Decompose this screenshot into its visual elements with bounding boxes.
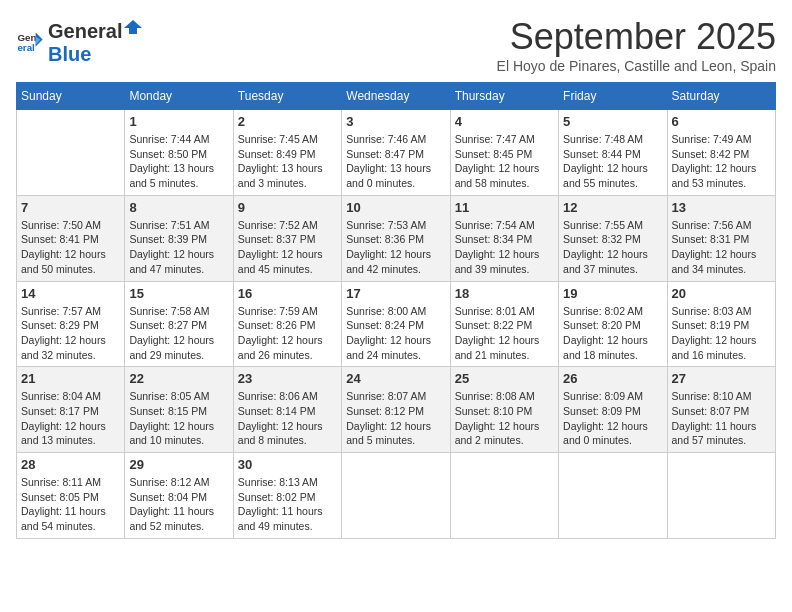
day-cell: 30Sunrise: 8:13 AMSunset: 8:02 PMDayligh… (233, 453, 341, 539)
day-info: Sunrise: 8:07 AMSunset: 8:12 PMDaylight:… (346, 389, 445, 448)
week-row-2: 7Sunrise: 7:50 AMSunset: 8:41 PMDaylight… (17, 195, 776, 281)
week-row-5: 28Sunrise: 8:11 AMSunset: 8:05 PMDayligh… (17, 453, 776, 539)
day-number: 10 (346, 200, 445, 215)
day-number: 14 (21, 286, 120, 301)
day-info: Sunrise: 8:10 AMSunset: 8:07 PMDaylight:… (672, 389, 771, 448)
day-cell: 6Sunrise: 7:49 AMSunset: 8:42 PMDaylight… (667, 110, 775, 196)
day-cell: 25Sunrise: 8:08 AMSunset: 8:10 PMDayligh… (450, 367, 558, 453)
day-cell: 5Sunrise: 7:48 AMSunset: 8:44 PMDaylight… (559, 110, 667, 196)
day-cell (559, 453, 667, 539)
day-info: Sunrise: 7:55 AMSunset: 8:32 PMDaylight:… (563, 218, 662, 277)
day-info: Sunrise: 8:12 AMSunset: 8:04 PMDaylight:… (129, 475, 228, 534)
day-info: Sunrise: 7:48 AMSunset: 8:44 PMDaylight:… (563, 132, 662, 191)
day-info: Sunrise: 8:04 AMSunset: 8:17 PMDaylight:… (21, 389, 120, 448)
day-cell: 15Sunrise: 7:58 AMSunset: 8:27 PMDayligh… (125, 281, 233, 367)
day-number: 15 (129, 286, 228, 301)
day-info: Sunrise: 8:06 AMSunset: 8:14 PMDaylight:… (238, 389, 337, 448)
day-number: 19 (563, 286, 662, 301)
day-cell: 27Sunrise: 8:10 AMSunset: 8:07 PMDayligh… (667, 367, 775, 453)
header: Gen eral General Blue September 2025 El … (16, 16, 776, 74)
day-number: 28 (21, 457, 120, 472)
day-cell: 21Sunrise: 8:04 AMSunset: 8:17 PMDayligh… (17, 367, 125, 453)
day-cell: 11Sunrise: 7:54 AMSunset: 8:34 PMDayligh… (450, 195, 558, 281)
day-info: Sunrise: 7:59 AMSunset: 8:26 PMDaylight:… (238, 304, 337, 363)
day-number: 6 (672, 114, 771, 129)
subtitle: El Hoyo de Pinares, Castille and Leon, S… (497, 58, 776, 74)
day-info: Sunrise: 7:44 AMSunset: 8:50 PMDaylight:… (129, 132, 228, 191)
day-cell: 19Sunrise: 8:02 AMSunset: 8:20 PMDayligh… (559, 281, 667, 367)
header-cell-friday: Friday (559, 83, 667, 110)
header-cell-tuesday: Tuesday (233, 83, 341, 110)
day-number: 30 (238, 457, 337, 472)
day-cell: 9Sunrise: 7:52 AMSunset: 8:37 PMDaylight… (233, 195, 341, 281)
day-info: Sunrise: 7:47 AMSunset: 8:45 PMDaylight:… (455, 132, 554, 191)
day-info: Sunrise: 8:03 AMSunset: 8:19 PMDaylight:… (672, 304, 771, 363)
day-info: Sunrise: 8:09 AMSunset: 8:09 PMDaylight:… (563, 389, 662, 448)
logo-general: General (48, 20, 122, 43)
day-number: 7 (21, 200, 120, 215)
logo-bird-icon (122, 16, 144, 38)
day-number: 20 (672, 286, 771, 301)
day-number: 1 (129, 114, 228, 129)
day-cell (450, 453, 558, 539)
day-number: 25 (455, 371, 554, 386)
day-cell: 26Sunrise: 8:09 AMSunset: 8:09 PMDayligh… (559, 367, 667, 453)
header-cell-saturday: Saturday (667, 83, 775, 110)
day-cell: 17Sunrise: 8:00 AMSunset: 8:24 PMDayligh… (342, 281, 450, 367)
day-info: Sunrise: 8:01 AMSunset: 8:22 PMDaylight:… (455, 304, 554, 363)
month-title: September 2025 (497, 16, 776, 58)
day-number: 5 (563, 114, 662, 129)
day-info: Sunrise: 7:57 AMSunset: 8:29 PMDaylight:… (21, 304, 120, 363)
day-number: 9 (238, 200, 337, 215)
day-number: 4 (455, 114, 554, 129)
day-info: Sunrise: 7:52 AMSunset: 8:37 PMDaylight:… (238, 218, 337, 277)
day-number: 13 (672, 200, 771, 215)
day-info: Sunrise: 7:53 AMSunset: 8:36 PMDaylight:… (346, 218, 445, 277)
logo: Gen eral General Blue (16, 16, 144, 66)
day-cell: 29Sunrise: 8:12 AMSunset: 8:04 PMDayligh… (125, 453, 233, 539)
day-number: 23 (238, 371, 337, 386)
day-cell: 12Sunrise: 7:55 AMSunset: 8:32 PMDayligh… (559, 195, 667, 281)
day-cell: 3Sunrise: 7:46 AMSunset: 8:47 PMDaylight… (342, 110, 450, 196)
header-row: SundayMondayTuesdayWednesdayThursdayFrid… (17, 83, 776, 110)
header-cell-sunday: Sunday (17, 83, 125, 110)
day-number: 17 (346, 286, 445, 301)
day-cell: 14Sunrise: 7:57 AMSunset: 8:29 PMDayligh… (17, 281, 125, 367)
day-cell (17, 110, 125, 196)
day-cell: 18Sunrise: 8:01 AMSunset: 8:22 PMDayligh… (450, 281, 558, 367)
logo-icon: Gen eral (16, 27, 44, 55)
day-cell: 13Sunrise: 7:56 AMSunset: 8:31 PMDayligh… (667, 195, 775, 281)
day-info: Sunrise: 7:49 AMSunset: 8:42 PMDaylight:… (672, 132, 771, 191)
day-info: Sunrise: 8:00 AMSunset: 8:24 PMDaylight:… (346, 304, 445, 363)
day-info: Sunrise: 7:54 AMSunset: 8:34 PMDaylight:… (455, 218, 554, 277)
day-info: Sunrise: 8:08 AMSunset: 8:10 PMDaylight:… (455, 389, 554, 448)
day-cell: 16Sunrise: 7:59 AMSunset: 8:26 PMDayligh… (233, 281, 341, 367)
logo-text: General Blue (48, 16, 144, 66)
day-cell: 7Sunrise: 7:50 AMSunset: 8:41 PMDaylight… (17, 195, 125, 281)
day-cell (667, 453, 775, 539)
day-number: 12 (563, 200, 662, 215)
day-info: Sunrise: 7:46 AMSunset: 8:47 PMDaylight:… (346, 132, 445, 191)
header-cell-wednesday: Wednesday (342, 83, 450, 110)
header-cell-monday: Monday (125, 83, 233, 110)
day-cell: 2Sunrise: 7:45 AMSunset: 8:49 PMDaylight… (233, 110, 341, 196)
day-number: 18 (455, 286, 554, 301)
week-row-3: 14Sunrise: 7:57 AMSunset: 8:29 PMDayligh… (17, 281, 776, 367)
day-number: 27 (672, 371, 771, 386)
day-cell: 10Sunrise: 7:53 AMSunset: 8:36 PMDayligh… (342, 195, 450, 281)
day-info: Sunrise: 8:13 AMSunset: 8:02 PMDaylight:… (238, 475, 337, 534)
day-cell: 23Sunrise: 8:06 AMSunset: 8:14 PMDayligh… (233, 367, 341, 453)
day-cell: 20Sunrise: 8:03 AMSunset: 8:19 PMDayligh… (667, 281, 775, 367)
week-row-4: 21Sunrise: 8:04 AMSunset: 8:17 PMDayligh… (17, 367, 776, 453)
day-info: Sunrise: 7:51 AMSunset: 8:39 PMDaylight:… (129, 218, 228, 277)
day-info: Sunrise: 7:45 AMSunset: 8:49 PMDaylight:… (238, 132, 337, 191)
day-cell: 22Sunrise: 8:05 AMSunset: 8:15 PMDayligh… (125, 367, 233, 453)
title-area: September 2025 El Hoyo de Pinares, Casti… (497, 16, 776, 74)
day-info: Sunrise: 7:58 AMSunset: 8:27 PMDaylight:… (129, 304, 228, 363)
day-cell: 28Sunrise: 8:11 AMSunset: 8:05 PMDayligh… (17, 453, 125, 539)
day-info: Sunrise: 7:56 AMSunset: 8:31 PMDaylight:… (672, 218, 771, 277)
header-cell-thursday: Thursday (450, 83, 558, 110)
day-number: 24 (346, 371, 445, 386)
day-number: 22 (129, 371, 228, 386)
day-number: 2 (238, 114, 337, 129)
